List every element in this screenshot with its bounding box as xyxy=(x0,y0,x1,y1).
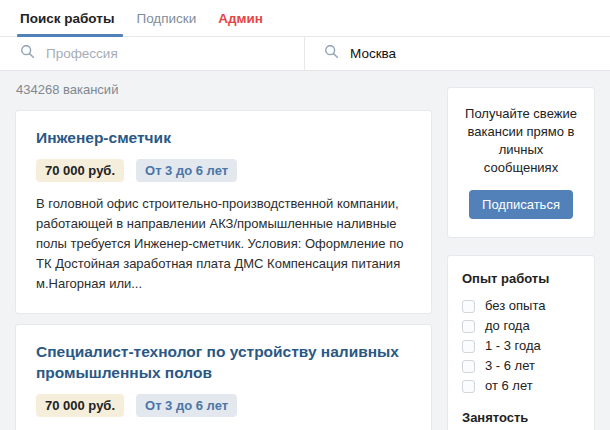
search-bar xyxy=(0,37,610,71)
checkbox-icon[interactable] xyxy=(462,320,475,333)
profession-search-field[interactable] xyxy=(0,37,305,70)
content-area: 434268 вакансий Инженер-сметчик 70 000 р… xyxy=(0,71,610,430)
filter-option-label: 1 - 3 года xyxy=(485,339,541,353)
vacancy-card: Инженер-сметчик 70 000 руб. От 3 до 6 ле… xyxy=(15,110,432,314)
checkbox-icon[interactable] xyxy=(462,340,475,353)
employment-filter-title: Занятость xyxy=(462,410,580,425)
filter-option-label: от 6 лет xyxy=(485,379,533,393)
search-icon xyxy=(20,44,35,63)
filter-option-3-6-years[interactable]: 3 - 6 лет xyxy=(462,359,580,373)
subscribe-card: Получайте свежие вакансии прямо в личных… xyxy=(447,87,595,238)
subscribe-button[interactable]: Подписаться xyxy=(469,190,573,219)
filter-option-label: до года xyxy=(485,319,530,333)
tab-job-search[interactable]: Поиск работы xyxy=(20,0,114,36)
vacancy-badges: 70 000 руб. От 3 до 6 лет xyxy=(36,159,411,182)
experience-filter-title: Опыт работы xyxy=(462,271,580,286)
tab-admin[interactable]: Админ xyxy=(218,0,263,36)
top-tab-bar: Поиск работы Подписки Админ xyxy=(0,0,610,37)
filter-option-label: 3 - 6 лет xyxy=(485,359,535,373)
vacancy-title-link[interactable]: Специалист-технолог по устройству наливн… xyxy=(36,341,411,383)
subscribe-text: Получайте свежие вакансии прямо в личных… xyxy=(462,105,580,177)
experience-badge: От 3 до 6 лет xyxy=(136,159,237,182)
city-search-field[interactable] xyxy=(305,37,610,70)
vacancy-card: Специалист-технолог по устройству наливн… xyxy=(15,324,432,430)
salary-badge: 70 000 руб. xyxy=(36,159,124,182)
tab-subscriptions[interactable]: Подписки xyxy=(136,0,196,36)
checkbox-icon[interactable] xyxy=(462,380,475,393)
filter-option-label: без опыта xyxy=(485,299,545,313)
salary-badge: 70 000 руб. xyxy=(36,394,124,417)
filter-option-under-year[interactable]: до года xyxy=(462,319,580,333)
vacancy-description: В головной офис строительно-производстве… xyxy=(36,194,411,294)
filter-option-no-experience[interactable]: без опыта xyxy=(462,299,580,313)
checkbox-icon[interactable] xyxy=(462,300,475,313)
search-icon xyxy=(324,44,339,63)
checkbox-icon[interactable] xyxy=(462,360,475,373)
sidebar: Получайте свежие вакансии прямо в личных… xyxy=(447,87,595,430)
filter-option-6-plus-years[interactable]: от 6 лет xyxy=(462,379,580,393)
experience-badge: От 3 до 6 лет xyxy=(136,394,237,417)
vacancy-count: 434268 вакансий xyxy=(16,82,432,97)
city-search-input[interactable] xyxy=(350,46,610,61)
filter-option-1-3-years[interactable]: 1 - 3 года xyxy=(462,339,580,353)
profession-search-input[interactable] xyxy=(46,46,304,61)
vacancy-badges: 70 000 руб. От 3 до 6 лет xyxy=(36,394,411,417)
filters-card: Опыт работы без опыта до года 1 - 3 года… xyxy=(447,255,595,430)
vacancy-list: 434268 вакансий Инженер-сметчик 70 000 р… xyxy=(15,71,432,430)
vacancy-title-link[interactable]: Инженер-сметчик xyxy=(36,127,171,148)
